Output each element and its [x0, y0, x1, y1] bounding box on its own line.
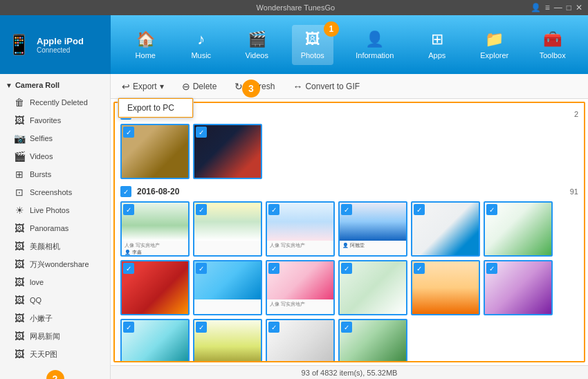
- sidebar-item-love[interactable]: 🖼 love: [0, 273, 110, 291]
- sidebar-item-live-photos[interactable]: ☀ Live Photos: [0, 201, 110, 219]
- convert-gif-button[interactable]: ↔ Convert to GIF: [288, 79, 364, 94]
- sidebar-item-selfies[interactable]: 📷 Selfies: [0, 129, 110, 147]
- favorites-sidebar-icon: 🖼: [14, 115, 25, 126]
- delete-button[interactable]: ⊖ Delete: [178, 79, 221, 94]
- photo-area[interactable]: ✓ 2016-08-21 2 ✓ ✓ ✓ 2016-08-20 91 ✓ 人像 …: [113, 102, 585, 362]
- nav-tab-music[interactable]: ♪ Music: [181, 25, 222, 65]
- close-button[interactable]: ✕: [576, 3, 582, 12]
- photo-thumb-2016-08-20-15[interactable]: ✓: [338, 319, 407, 362]
- export-to-pc-item[interactable]: Export to PC: [118, 98, 193, 118]
- photo-thumb-2016-08-20-6[interactable]: ✓: [120, 260, 190, 315]
- music-tab-label: Music: [191, 51, 211, 59]
- photo-thumb-2016-08-20-9[interactable]: ✓: [338, 260, 407, 315]
- nav-tab-videos[interactable]: 🎬 Videos: [236, 25, 277, 65]
- meiyan-sidebar-label: 美颜相机: [30, 241, 60, 252]
- photo-thumb-2016-08-20-1[interactable]: ✓: [193, 201, 262, 257]
- xiaonenzi-sidebar-label: 小嫩子: [30, 313, 53, 324]
- neteasy-sidebar-icon: 🖼: [14, 331, 25, 342]
- nav-tab-photos[interactable]: 🖼 Photos 1: [292, 25, 333, 65]
- photo-info-7: [194, 299, 261, 315]
- videos-sidebar-label: Videos: [30, 152, 53, 160]
- device-info: 📱 Apple iPod Connected: [0, 15, 111, 74]
- tianiantian-sidebar-icon: 🖼: [14, 349, 25, 360]
- meiyan-sidebar-icon: 🖼: [14, 241, 25, 252]
- toolbox-tab-label: Toolbox: [540, 51, 566, 59]
- selfies-sidebar-label: Selfies: [30, 134, 53, 142]
- refresh-button[interactable]: ↻ Refresh: [230, 79, 279, 94]
- selfies-sidebar-icon: 📷: [14, 133, 25, 144]
- sidebar-item-screenshots[interactable]: ⊡ Screenshots: [0, 183, 110, 201]
- photo-thumb-2016-08-20-14[interactable]: ✓: [266, 319, 335, 362]
- photo-thumb-2016-08-20-2[interactable]: ✓ 人像 写实房地产: [266, 201, 335, 257]
- sidebar-item-panoramas[interactable]: 🖼 Panoramas: [0, 219, 110, 237]
- refresh-label: Refresh: [246, 82, 275, 91]
- date-label-2016-08-20: 2016-08-20: [137, 187, 179, 196]
- neteasy-sidebar-label: 网易新闻: [30, 331, 60, 342]
- panoramas-sidebar-icon: 🖼: [14, 223, 25, 234]
- photo-check-6: ✓: [123, 263, 134, 274]
- sidebar-item-tianiantian[interactable]: 🖼 天天P图: [0, 345, 110, 363]
- sidebar-item-bursts[interactable]: ⊞ Bursts: [0, 165, 110, 183]
- sidebar-item-qq[interactable]: 🖼 QQ: [0, 291, 110, 309]
- information-tab-label: Information: [356, 51, 394, 59]
- bursts-sidebar-label: Bursts: [30, 170, 51, 178]
- photo-check-5: ✓: [486, 204, 497, 215]
- photo-thumb-2016-08-20-3[interactable]: ✓ 👤 阿翘堂: [338, 201, 407, 257]
- sidebar-item-wanxing[interactable]: 🖼 万兴wondershare: [0, 255, 110, 273]
- sidebar-item-favorites[interactable]: 🖼 Favorites: [0, 111, 110, 129]
- apps-tab-label: Apps: [428, 51, 445, 59]
- sidebar-item-meiyan[interactable]: 🖼 美颜相机: [0, 237, 110, 255]
- photo-thumb-2016-08-20-11[interactable]: ✓: [484, 260, 553, 315]
- photo-thumb-2016-08-20-5[interactable]: ✓: [484, 201, 553, 257]
- photo-thumb-2016-08-20-7[interactable]: ✓: [193, 260, 262, 315]
- sidebar-item-neteasy[interactable]: 🖼 网易新闻: [0, 327, 110, 345]
- nav-tab-toolbox[interactable]: 🧰 Toolbox: [531, 25, 574, 65]
- maximize-button[interactable]: □: [567, 3, 571, 12]
- photo-check-15: ✓: [341, 322, 352, 333]
- minimize-button[interactable]: —: [554, 3, 562, 12]
- nav-tab-information[interactable]: 👤 Information: [347, 25, 402, 65]
- export-button[interactable]: ↩ Export ▾: [118, 79, 168, 94]
- photo-info-1: [194, 241, 261, 257]
- photo-check-13: ✓: [196, 322, 207, 333]
- device-name: Apple iPod: [37, 36, 84, 46]
- photo-check-0: ✓: [123, 127, 134, 138]
- photo-thumb-2016-08-20-4[interactable]: ✓: [411, 201, 480, 257]
- nav-tab-apps[interactable]: ⊞ Apps: [416, 25, 458, 65]
- step-badge-2: 2: [46, 370, 64, 379]
- export-label: Export: [133, 82, 157, 91]
- photo-grid-2016-08-20: ✓ 人像 写实房地产 👤 李鑫 ✓ ✓ 人像 写实房地产: [120, 201, 578, 362]
- photo-thumb-2016-08-20-13[interactable]: ✓: [193, 319, 262, 362]
- refresh-icon: ↻: [235, 81, 243, 92]
- apps-tab-icon: ⊞: [431, 30, 443, 48]
- menu-icon[interactable]: ≡: [545, 3, 550, 12]
- device-status: Connected: [37, 46, 84, 54]
- main-layout: ▼ Camera Roll 🗑 Recently Deleted 🖼 Favor…: [0, 74, 588, 379]
- date-checkbox-2016-08-20[interactable]: ✓: [120, 186, 131, 197]
- photo-check-9: ✓: [341, 263, 352, 274]
- screenshots-sidebar-icon: ⊡: [14, 187, 25, 198]
- photos-tab-label: Photos: [301, 51, 324, 59]
- photo-thumb-2016-08-21-1[interactable]: ✓: [193, 124, 262, 179]
- user-icon[interactable]: 👤: [531, 3, 541, 12]
- nav-tab-home[interactable]: 🏠 Home: [125, 25, 166, 65]
- photo-check-12: ✓: [123, 322, 134, 333]
- photo-thumb-2016-08-21-0[interactable]: ✓: [120, 124, 190, 179]
- sidebar-section-camera-roll[interactable]: ▼ Camera Roll: [0, 77, 110, 93]
- photo-check-7: ✓: [196, 263, 207, 274]
- nav-tab-explorer[interactable]: 📁 Explorer: [472, 25, 517, 65]
- sidebar-item-videos[interactable]: 🎬 Videos: [0, 147, 110, 165]
- music-tab-icon: ♪: [197, 30, 205, 48]
- explorer-tab-icon: 📁: [485, 30, 504, 48]
- status-bar: 93 of 4832 item(s), 55.32MB: [111, 365, 588, 379]
- photo-thumb-2016-08-20-8[interactable]: ✓ 人像 写实房地产: [266, 260, 335, 315]
- photo-thumb-2016-08-20-10[interactable]: ✓: [411, 260, 480, 315]
- export-dropdown: Export to PC: [118, 98, 194, 118]
- photo-check-8: ✓: [268, 263, 279, 274]
- header: 📱 Apple iPod Connected 🏠 Home ♪ Music 🎬 …: [0, 15, 588, 74]
- photo-thumb-2016-08-20-0[interactable]: ✓ 人像 写实房地产 👤 李鑫: [120, 201, 190, 257]
- photo-thumb-2016-08-20-12[interactable]: ✓: [120, 319, 190, 362]
- photo-check-11: ✓: [486, 263, 497, 274]
- sidebar-item-xiaonenzi[interactable]: 🖼 小嫩子: [0, 309, 110, 327]
- sidebar-item-recently-deleted[interactable]: 🗑 Recently Deleted: [0, 93, 110, 111]
